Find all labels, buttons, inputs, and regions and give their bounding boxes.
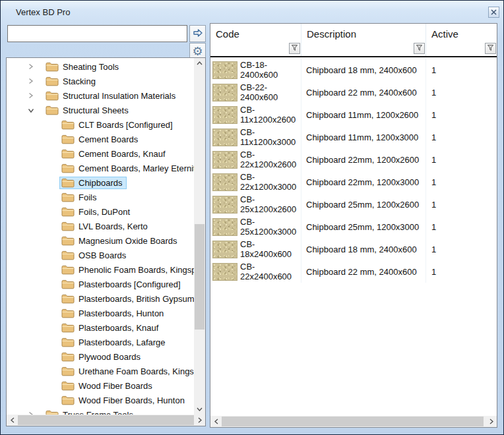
tree-hscroll-thumb[interactable] [18,415,194,425]
tree-item-label: Structural Insulation Materials [63,91,175,101]
tree-item-structural-insulation-materials[interactable]: Structural Insulation Materials [7,88,194,103]
tree-horizontal-scrollbar[interactable] [7,415,205,426]
active-filter-button[interactable] [485,43,496,54]
table-horizontal-scrollbar[interactable] [210,416,497,427]
tree-item-cement-boards-knauf[interactable]: Cement Boards, Knauf [7,146,194,161]
chevron-right-icon[interactable] [26,63,35,70]
table-row-cb-22x2400x600[interactable]: CB-22x2400x600Chipboard 22 mm, 2400x6001 [210,260,497,283]
description-cell: Chipboard 22 mm, 2400x600 [301,81,426,103]
scroll-right-arrow-icon[interactable] [194,415,205,426]
tree-item-content[interactable]: Plasterboards, Lafarge [59,336,170,349]
table-row-cb-18-2400x600[interactable]: CB-18-2400x600Chipboard 18 mm, 2400x6001 [210,59,497,81]
tree-item-stacking[interactable]: Stacking [7,74,194,88]
table-row-cb-25x1200x3000[interactable]: CB-25x1200x3000Chipboard 25mm, 1200x3000… [210,216,497,238]
code-filter-button[interactable] [289,43,300,54]
tree-item-chipboards[interactable]: Chipboards [7,175,194,190]
tree-item-content[interactable]: Plywood Boards [59,351,144,363]
active-cell: 1 [426,238,497,260]
tree-item-content[interactable]: Truss Frame Tools [44,409,137,415]
tree-item-label: OSB Boards [79,250,126,260]
tree-item-clt-boards-configured[interactable]: CLT Boards [Configured] [7,117,194,132]
tree-item-foils[interactable]: Foils [7,190,194,204]
search-input[interactable] [7,25,187,42]
scroll-left-arrow-icon[interactable] [210,416,222,426]
tree-item-foils-dupont[interactable]: Foils, DuPont [7,204,194,219]
tree-item-content[interactable]: Plasterboards, Hunton [59,307,168,320]
tree-item-content[interactable]: Plasterboards [Configured] [59,278,185,291]
tree-item-content[interactable]: Structural Sheets [44,104,133,117]
tree-item-cement-boards-marley-eternit[interactable]: Cement Boards, Marley Eternit [7,161,194,175]
tree-item-label: Plasterboards, British Gypsum [79,294,194,304]
tree-item-content[interactable]: Urethane Foam Boards, Kingspan [59,365,194,378]
tree-item-content[interactable]: Cement Boards, Marley Eternit [59,162,194,175]
tree-item-plasterboards-configured[interactable]: Plasterboards [Configured] [7,277,194,291]
folder-icon [61,294,75,304]
scroll-up-arrow-icon[interactable] [194,58,205,69]
tree-item-content[interactable]: Structural Insulation Materials [44,90,179,102]
table-row-cb-11x1200x2600[interactable]: CB-11x1200x2600Chipboard 11mm, 1200x2600… [210,103,497,126]
chevron-down-icon[interactable] [26,107,35,113]
table-row-cb-22x1200x3000[interactable]: CB-22x1200x3000Chipboard 22mm, 1200x3000… [210,171,497,193]
table-hscroll-thumb[interactable] [222,417,484,426]
tree-item-magnesium-oxide-boards[interactable]: Magnesium Oxide Boards [7,233,194,248]
tree-item-content[interactable]: Cement Boards [59,133,142,146]
tree-item-plasterboards-lafarge[interactable]: Plasterboards, Lafarge [7,335,194,349]
tree-item-content[interactable]: OSB Boards [59,249,130,262]
tree-item-content[interactable]: Phenolic Foam Boards, Kingspan [59,264,194,276]
tree-item-plywood-boards[interactable]: Plywood Boards [7,349,194,364]
tree-item-content[interactable]: Foils, DuPont [59,206,134,218]
scroll-left-arrow-icon[interactable] [7,415,18,426]
close-button[interactable] [488,7,499,18]
tree-item-plasterboards-hunton[interactable]: Plasterboards, Hunton [7,306,194,320]
tree-item-truss-frame-tools[interactable]: Truss Frame Tools [7,407,194,415]
tree-item-content[interactable]: Cement Boards, Knauf [59,148,170,160]
column-header-code[interactable]: Code [210,24,301,56]
tree-item-content[interactable]: Wood Fiber Boards, Hunton [59,394,189,407]
table-row-cb-22-2400x600[interactable]: CB-22-2400x600Chipboard 22 mm, 2400x6001 [210,81,497,103]
scroll-down-arrow-icon[interactable] [194,404,205,415]
tree-vscroll-thumb[interactable] [195,224,205,330]
tree-item-lvl-boards-kerto[interactable]: LVL Boards, Kerto [7,219,194,233]
table-row-cb-11x1200x3000[interactable]: CB-11x1200x3000Chipboard 11mm, 1200x3000… [210,126,497,148]
code-value: CB-11x1200x3000 [240,127,301,147]
tree-item-content[interactable]: Plasterboards, Knauf [59,322,162,334]
tree-item-content[interactable]: Chipboards [59,177,127,189]
column-header-description[interactable]: Description [301,24,426,56]
tree-item-plasterboards-knauf[interactable]: Plasterboards, Knauf [7,320,194,335]
tree-item-label: Chipboards [79,178,123,188]
tree-item-osb-boards[interactable]: OSB Boards [7,248,194,262]
chevron-right-icon[interactable] [26,78,35,84]
tree-vertical-scrollbar[interactable] [194,58,205,415]
tree-item-label: Truss Frame Tools [63,410,133,415]
tree-item-content[interactable]: Stacking [44,75,100,88]
tree-item-content[interactable]: Wood Fiber Boards [59,380,156,392]
chevron-right-icon[interactable] [26,92,35,99]
search-go-button[interactable] [189,25,206,42]
tree-item-content[interactable]: Foils [59,191,100,204]
tree-item-wood-fiber-boards-hunton[interactable]: Wood Fiber Boards, Hunton [7,393,194,407]
filter-funnel-icon [291,44,298,53]
scroll-right-arrow-icon[interactable] [486,416,497,426]
tree-item-content[interactable]: Sheating Tools [44,61,123,73]
tree-item-sheating-tools[interactable]: Sheating Tools [7,59,194,74]
tree-item-wood-fiber-boards[interactable]: Wood Fiber Boards [7,378,194,393]
tree-item-cement-boards[interactable]: Cement Boards [7,132,194,146]
tree-item-structural-sheets[interactable]: Structural Sheets [7,103,194,117]
tree-item-content[interactable]: Plasterboards, British Gypsum [59,293,194,305]
tree-item-plasterboards-british-gypsum[interactable]: Plasterboards, British Gypsum [7,291,194,306]
table-row-cb-18x2400x600[interactable]: CB-18x2400x600Chipboard 18 mm, 2400x6001 [210,238,497,260]
tree-item-label: Foils, DuPont [79,207,130,217]
folder-icon [46,105,59,115]
description-cell: Chipboard 18 mm, 2400x600 [301,59,426,81]
tree-item-content[interactable]: CLT Boards [Configured] [59,119,177,131]
table-row-cb-22x1200x2600[interactable]: CB-22x1200x2600Chipboard 22mm, 1200x2600… [210,148,497,171]
tree-item-content[interactable]: LVL Boards, Kerto [59,220,152,233]
column-header-active[interactable]: Active [426,24,497,56]
tree-item-content[interactable]: Magnesium Oxide Boards [59,235,181,247]
description-filter-button[interactable] [414,43,425,54]
title-bar[interactable]: Vertex BD Pro [1,1,503,22]
chipboard-texture-thumbnail [212,196,237,214]
table-row-cb-25x1200x2600[interactable]: CB-25x1200x2600Chipboard 25mm, 1200x2600… [210,193,497,216]
tree-item-phenolic-foam-boards-kingspan[interactable]: Phenolic Foam Boards, Kingspan [7,262,194,277]
tree-item-urethane-foam-boards-kingspan[interactable]: Urethane Foam Boards, Kingspan [7,364,194,378]
